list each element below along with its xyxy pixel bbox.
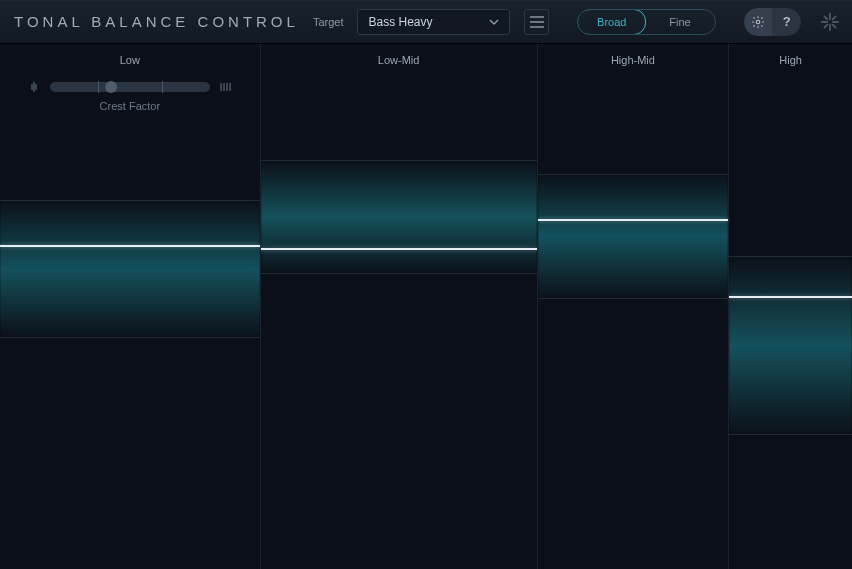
target-zone-highmid <box>538 174 729 299</box>
view-broad-button[interactable]: Broad <box>577 9 646 35</box>
app-title: TONAL BALANCE CONTROL <box>14 13 299 30</box>
chevron-down-icon <box>489 17 499 27</box>
header-icon-group: ? <box>744 8 802 36</box>
target-menu-button[interactable] <box>524 9 549 35</box>
spectrum-grid: Low Crest Factor Low-Mid <box>0 44 852 569</box>
band-label-highmid: High-Mid <box>538 54 729 66</box>
crest-factor-slider[interactable] <box>50 82 210 92</box>
gear-icon <box>751 15 765 29</box>
crest-thumb[interactable] <box>105 81 117 93</box>
crest-factor-label: Crest Factor <box>0 100 260 112</box>
target-zone-lowmid <box>261 160 537 274</box>
crest-factor-control <box>28 80 232 94</box>
band-highmid: High-Mid <box>538 44 730 569</box>
band-high: High <box>729 44 852 569</box>
band-lowmid: Low-Mid <box>261 44 538 569</box>
izotope-logo-icon <box>815 7 844 37</box>
view-mode-segmented: Broad Fine <box>577 9 715 35</box>
target-select[interactable]: Bass Heavy <box>357 9 510 35</box>
target-zone-low <box>0 200 260 338</box>
target-select-value: Bass Heavy <box>368 15 432 29</box>
band-label-high: High <box>729 54 852 66</box>
level-line-lowmid <box>261 248 537 250</box>
crest-bar-icon <box>218 80 232 94</box>
settings-button[interactable] <box>744 8 773 36</box>
target-zone-high <box>729 256 852 435</box>
crest-wave-icon <box>28 80 42 94</box>
level-line-highmid <box>538 219 729 221</box>
crest-tick-1 <box>98 81 99 93</box>
band-low: Low Crest Factor <box>0 44 261 569</box>
level-line-low <box>0 245 260 247</box>
help-button[interactable]: ? <box>772 8 801 36</box>
app-header: TONAL BALANCE CONTROL Target Bass Heavy … <box>0 0 852 44</box>
level-line-high <box>729 296 852 298</box>
target-label: Target <box>313 16 344 28</box>
svg-point-0 <box>756 20 760 24</box>
band-label-low: Low <box>0 54 260 66</box>
view-fine-button[interactable]: Fine <box>645 10 714 34</box>
crest-tick-2 <box>162 81 163 93</box>
hamburger-icon <box>530 16 544 28</box>
help-icon: ? <box>783 14 791 29</box>
band-label-lowmid: Low-Mid <box>261 54 537 66</box>
